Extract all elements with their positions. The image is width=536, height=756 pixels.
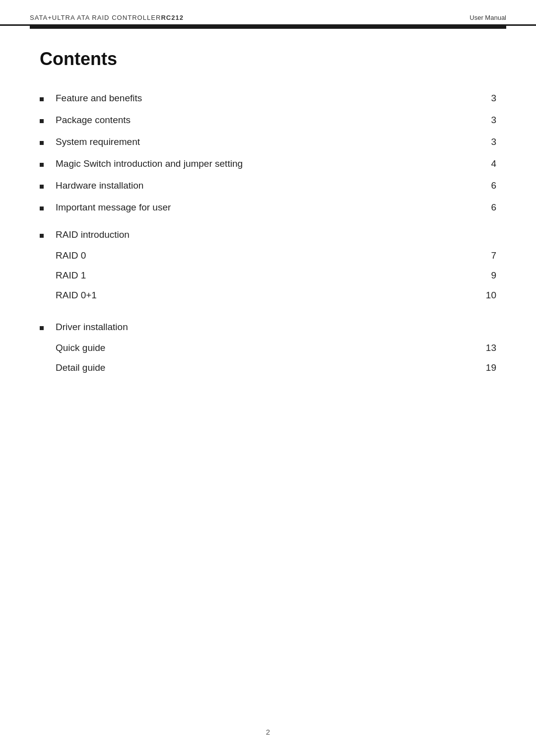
- bullet-6: [40, 206, 49, 211]
- bullet-4: [40, 163, 49, 167]
- toc-label-feature-benefits: Feature and benefits: [56, 93, 476, 104]
- toc-sublabel-raid1: RAID 1: [56, 270, 476, 281]
- page-wrapper: SATA+ULTRA ATA RAID CONTROLLERRC212 User…: [0, 0, 536, 756]
- bullet-5: [40, 185, 49, 189]
- toc-page-package-contents: 3: [476, 115, 496, 126]
- driver-sub-list: Quick guide 13 Detail guide 19: [40, 338, 496, 378]
- toc-label-hardware-installation: Hardware installation: [56, 180, 476, 191]
- toc-subitem-raid0: RAID 0 7: [40, 246, 496, 266]
- bullet-3: [40, 141, 49, 145]
- header-title-bold: RC212: [161, 14, 184, 21]
- raid-sub-list: RAID 0 7 RAID 1 9 RAID 0+1 10: [40, 246, 496, 305]
- toc-item-important-message: Important message for user 6: [40, 197, 496, 218]
- toc-subitem-detail-guide: Detail guide 19: [40, 358, 496, 378]
- toc-page-important-message: 6: [476, 202, 496, 213]
- toc-label-raid-introduction: RAID introduction: [56, 229, 476, 240]
- toc-label-system-requirement: System requirement: [56, 137, 476, 147]
- page-footer: 2: [0, 728, 536, 736]
- toc-label-magic-switch: Magic Switch introduction and jumper set…: [56, 158, 476, 169]
- toc-item-magic-switch: Magic Switch introduction and jumper set…: [40, 153, 496, 175]
- toc-page-system-requirement: 3: [476, 137, 496, 147]
- toc-subpage-raid0plus1: 10: [476, 290, 496, 301]
- toc-item-package-contents: Package contents 3: [40, 109, 496, 131]
- toc-sublabel-raid0plus1: RAID 0+1: [56, 290, 476, 301]
- toc-subitem-quick-guide: Quick guide 13: [40, 338, 496, 358]
- toc-sublabel-raid0: RAID 0: [56, 250, 476, 261]
- toc-item-raid-introduction: RAID introduction RAID 0 7 RAID 1 9: [40, 218, 496, 311]
- toc-label-package-contents: Package contents: [56, 115, 476, 126]
- bullet-2: [40, 119, 49, 124]
- raid-group: RAID introduction RAID 0 7 RAID 1 9: [40, 224, 496, 305]
- toc-item-feature-benefits: Feature and benefits 3: [40, 87, 496, 109]
- page-number: 2: [266, 728, 270, 736]
- bullet-1: [40, 97, 49, 102]
- toc-page-feature-benefits: 3: [476, 93, 496, 104]
- bullet-8: [40, 326, 49, 331]
- driver-group-header: Driver installation: [40, 316, 496, 338]
- toc-subpage-detail-guide: 19: [476, 362, 496, 373]
- toc-item-driver-installation: Driver installation Quick guide 13 Detai…: [40, 311, 496, 383]
- toc-subitem-raid1: RAID 1 9: [40, 266, 496, 285]
- toc-sublabel-detail-guide: Detail guide: [56, 362, 476, 373]
- toc-page-hardware-installation: 6: [476, 180, 496, 191]
- toc-subpage-raid1: 9: [476, 270, 496, 281]
- bullet-7: [40, 234, 49, 238]
- toc-subitem-raid0plus1: RAID 0+1 10: [40, 285, 496, 305]
- toc-sublabel-quick-guide: Quick guide: [56, 343, 476, 353]
- toc-label-driver-installation: Driver installation: [56, 322, 476, 333]
- header-left: SATA+ULTRA ATA RAID CONTROLLERRC212: [30, 14, 184, 21]
- toc-page-magic-switch: 4: [476, 158, 496, 169]
- contents-title: Contents: [40, 49, 496, 69]
- toc-label-important-message: Important message for user: [56, 202, 476, 213]
- toc-subpage-raid0: 7: [476, 250, 496, 261]
- toc-list: Feature and benefits 3 Package contents …: [40, 87, 496, 383]
- toc-subpage-quick-guide: 13: [476, 343, 496, 353]
- page-header: SATA+ULTRA ATA RAID CONTROLLERRC212 User…: [0, 0, 536, 26]
- toc-item-system-requirement: System requirement 3: [40, 131, 496, 153]
- raid-group-header: RAID introduction: [40, 224, 496, 246]
- header-right: User Manual: [469, 14, 506, 21]
- driver-group: Driver installation Quick guide 13 Detai…: [40, 316, 496, 378]
- toc-item-hardware-installation: Hardware installation 6: [40, 175, 496, 197]
- page-content: Contents Feature and benefits 3 Package …: [0, 29, 536, 413]
- header-title-normal: SATA+ULTRA ATA RAID CONTROLLER: [30, 14, 161, 21]
